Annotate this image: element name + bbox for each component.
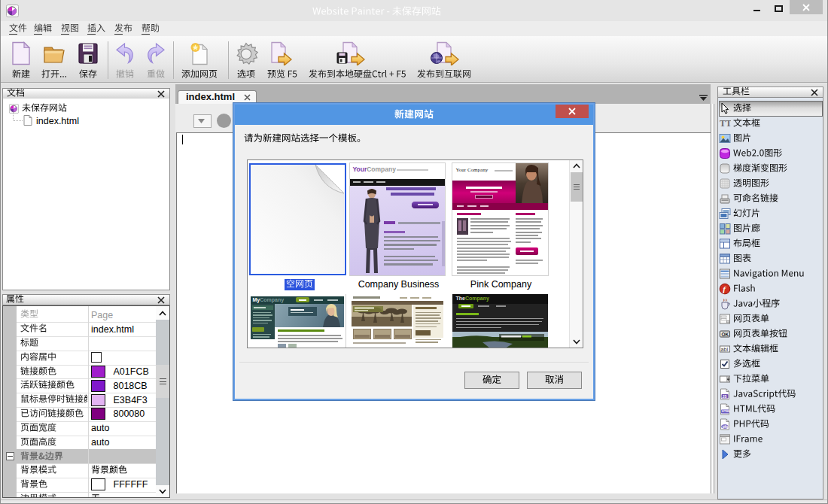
svg-text:HTML: HTML xyxy=(722,409,731,413)
svg-text:TT: TT xyxy=(720,118,731,129)
svg-text:OK: OK xyxy=(721,332,729,337)
svg-text:php: php xyxy=(723,425,729,429)
svg-text:abl: abl xyxy=(721,347,729,352)
svg-text:JS: JS xyxy=(723,395,728,399)
